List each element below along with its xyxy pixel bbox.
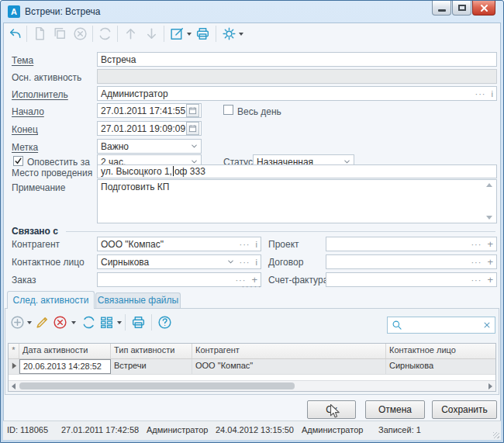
search-box[interactable] <box>387 317 495 334</box>
settings-dropdown-caret[interactable] <box>239 33 243 36</box>
cell-kontakt: Сирныкова <box>386 359 495 374</box>
delete-dropdown-caret[interactable] <box>71 321 76 324</box>
app-icon[interactable]: A <box>8 5 20 18</box>
kontragent-lookup-button[interactable]: ··· <box>240 240 250 249</box>
field-label-nachalo[interactable]: Начало <box>12 106 44 117</box>
ispolnitel-info-button[interactable]: i <box>492 89 493 99</box>
table-row[interactable]: 20.06.2013 14:28:52 Встречи ООО "Компас"… <box>9 359 495 375</box>
maximize-button[interactable] <box>452 1 471 16</box>
related-group-line <box>66 231 495 232</box>
undo-icon[interactable] <box>7 26 23 42</box>
settings-gear-icon[interactable] <box>221 26 237 42</box>
proekt-input[interactable]: ··· + <box>326 237 497 251</box>
field-label-kontragent: Контрагент <box>12 239 60 250</box>
kontragent-value: ООО "Компас" <box>101 239 240 250</box>
delete-icon[interactable] <box>52 314 68 331</box>
copy-icon <box>52 26 68 42</box>
refresh-icon <box>97 26 113 42</box>
column-header-kontragent[interactable]: Контрагент <box>192 344 386 358</box>
ves-den-label[interactable]: Весь день <box>237 106 281 117</box>
edit-pencil-icon[interactable] <box>34 314 50 331</box>
chevron-down-icon[interactable] <box>343 159 350 164</box>
tema-input[interactable]: Встреча <box>97 52 497 67</box>
toolbar-separator <box>151 314 152 331</box>
text-caret <box>173 166 174 176</box>
schet-add-button[interactable]: + <box>487 274 493 286</box>
kontakt-lookup-button[interactable]: ··· <box>240 258 250 267</box>
column-header-type[interactable]: Тип активности <box>111 344 192 358</box>
chevron-down-icon[interactable] <box>191 159 198 164</box>
dogovor-add-button[interactable]: + <box>487 256 493 268</box>
resize-grip[interactable] <box>493 432 499 438</box>
field-label-ispolnitel[interactable]: Исполнитель <box>12 89 68 100</box>
view-columns-icon[interactable] <box>98 314 115 331</box>
view-columns-dropdown-caret[interactable] <box>117 321 122 324</box>
kontragent-input[interactable]: ООО "Компас" ··· i <box>97 237 261 251</box>
chevron-down-icon[interactable] <box>227 259 234 265</box>
print-icon[interactable] <box>195 26 211 42</box>
proekt-lookup-button[interactable]: ··· <box>471 240 482 249</box>
field-label-konec[interactable]: Конец <box>12 124 38 135</box>
save-button[interactable]: Сохранить <box>432 400 497 419</box>
print-icon[interactable] <box>130 314 147 331</box>
chevron-down-icon[interactable] <box>191 144 198 149</box>
tema-value: Встреча <box>101 54 493 65</box>
row-marker-cell <box>9 359 19 374</box>
proekt-add-button[interactable]: + <box>487 238 493 250</box>
nachalo-datetime-input[interactable]: 27.01.2011 17:41:55 <box>97 103 202 118</box>
cell-type: Встречи <box>111 359 192 374</box>
edit-icon[interactable] <box>169 26 185 42</box>
opovestit-checkbox[interactable] <box>13 156 23 166</box>
ispolnitel-input[interactable]: Администратор ··· i <box>97 86 497 101</box>
ispolnitel-lookup-button[interactable]: ··· <box>475 89 486 99</box>
titlebar[interactable]: A Встречи: Встреча <box>1 1 503 22</box>
dogovor-input[interactable]: ··· + <box>326 254 497 269</box>
add-icon[interactable] <box>9 314 26 331</box>
activities-table: * Дата активности Тип активности Контраг… <box>8 343 496 392</box>
field-label-tema[interactable]: Тема <box>12 55 33 66</box>
tab-svyazannye-fajly[interactable]: Связанные файлы <box>95 292 181 308</box>
kontakt-input[interactable]: Сирныкова ··· i <box>97 254 261 269</box>
maximize-icon <box>458 5 466 11</box>
refresh-icon[interactable] <box>81 314 97 331</box>
scroll-right-icon[interactable] <box>488 383 492 389</box>
ves-den-checkbox[interactable] <box>223 105 233 115</box>
close-button[interactable] <box>472 1 495 16</box>
marker-column-header[interactable]: * <box>9 344 19 358</box>
dogovor-lookup-button[interactable]: ··· <box>471 258 482 267</box>
cancel-button[interactable]: Отмена <box>365 400 425 419</box>
column-header-kontakt[interactable]: Контактное лицо <box>386 344 495 358</box>
cell-kontragent: ООО "Компас" <box>192 359 386 374</box>
konec-calendar-button[interactable] <box>186 122 199 135</box>
kontakt-value: Сирныкова <box>101 257 227 268</box>
add-dropdown-caret[interactable] <box>27 321 32 324</box>
scroll-left-icon[interactable] <box>12 383 16 389</box>
splitter-handle[interactable]: ····· <box>1 285 503 289</box>
minimize-button[interactable] <box>432 1 451 16</box>
kontragent-info-button[interactable]: i <box>256 240 257 249</box>
nachalo-calendar-button[interactable] <box>186 104 199 117</box>
konec-datetime-input[interactable]: 27.01.2011 19:09:09 <box>97 121 202 136</box>
column-header-date[interactable]: Дата активности <box>19 344 111 358</box>
scrollbar-thumb[interactable] <box>19 382 295 389</box>
primechanie-textarea[interactable]: Подготовить КП <box>97 179 497 223</box>
schet-lookup-button[interactable]: ··· <box>471 275 482 285</box>
field-label-metka[interactable]: Метка <box>12 142 38 153</box>
clear-search-icon[interactable] <box>483 321 491 329</box>
horizontal-scrollbar[interactable] <box>9 380 495 391</box>
mesto-value: ул. Высоцкого 1,оф 333 <box>101 166 493 177</box>
mesto-text-after: 333 <box>187 166 205 177</box>
mesto-text-before: ул. Высоцкого 1, <box>101 166 172 177</box>
edit-dropdown-caret[interactable] <box>187 33 192 36</box>
move-up-icon <box>123 26 139 42</box>
metka-select[interactable]: Важно <box>97 139 202 154</box>
textarea-scroll-up-icon[interactable] <box>486 183 492 187</box>
mesto-input[interactable]: ул. Высоцкого 1,оф 333 <box>97 164 497 178</box>
mouse-cursor <box>330 403 341 422</box>
textarea-scroll-down-icon[interactable] <box>486 216 492 220</box>
opovestit-label[interactable]: Оповестить за <box>27 157 90 168</box>
search-input[interactable] <box>406 319 480 331</box>
tab-sled-aktivnosti[interactable]: След. активности <box>7 291 95 309</box>
kontakt-info-button[interactable]: i <box>256 258 257 267</box>
help-icon[interactable] <box>157 314 173 331</box>
